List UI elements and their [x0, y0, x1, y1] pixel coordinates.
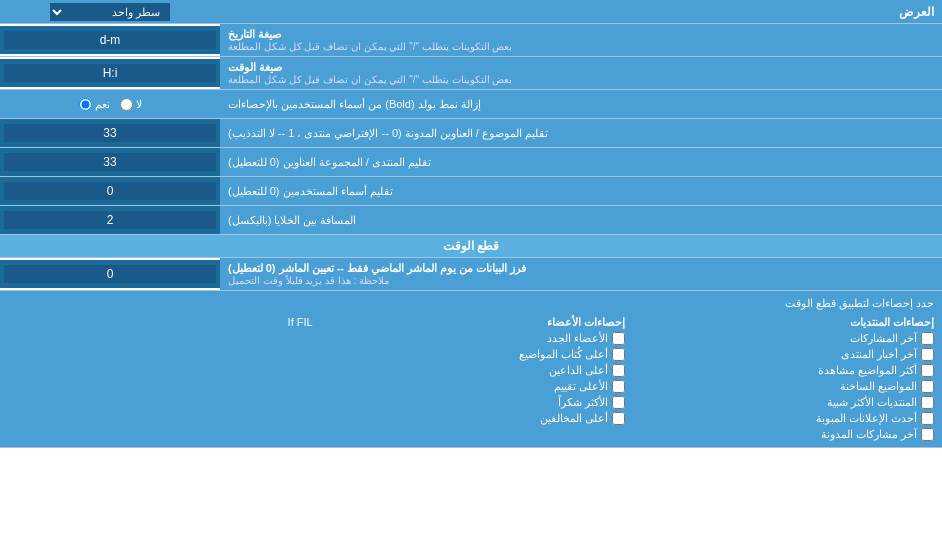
- subject-titles-row: تقليم الموضوع / العناوين المدونة (0 -- ا…: [0, 119, 942, 148]
- forum-group-input-area: [0, 148, 220, 176]
- checkbox-input-m2[interactable]: [612, 348, 625, 361]
- usernames-label: تقليم أسماء المستخدمين (0 للتعطيل): [220, 177, 942, 205]
- checkbox-label-5: المنتديات الأكثر شبية: [827, 396, 917, 409]
- member-stats-header: إحصاءات الأعضاء: [317, 316, 626, 329]
- date-format-input-area: [0, 26, 220, 54]
- checkbox-item-7: آخر مشاركات المدونة: [625, 428, 934, 441]
- checkbox-item-6: أحدث الإعلانات المبوبة: [625, 412, 934, 425]
- date-format-label: صيغة التاريخ بعض التكوينات يتطلب "/" الت…: [220, 24, 942, 56]
- checkbox-input-1[interactable]: [921, 332, 934, 345]
- cutoff-label: فرز البيانات من يوم الماشر الماضي فقط --…: [220, 258, 942, 290]
- checkbox-item-m4: الأعلى تقييم: [317, 380, 626, 393]
- cell-spacing-row: المسافة بين الخلايا (بالبكسل): [0, 206, 942, 235]
- checkbox-item-m2: أعلى كُتاب المواضيع: [317, 348, 626, 361]
- checkbox-input-6[interactable]: [921, 412, 934, 425]
- checkbox-input-2[interactable]: [921, 348, 934, 361]
- checkbox-label-m3: أعلى الداعين: [549, 364, 608, 377]
- checkbox-item-1: آخر المشاركات: [625, 332, 934, 345]
- time-format-label: صيغة الوقت بعض التكوينات يتطلب "/" التي …: [220, 57, 942, 89]
- checkbox-item-m5: الأكثر شكراً: [317, 396, 626, 409]
- subject-titles-label: تقليم الموضوع / العناوين المدونة (0 -- ا…: [220, 119, 942, 147]
- cutoff-row: فرز البيانات من يوم الماشر الماضي فقط --…: [0, 258, 942, 291]
- bold-remove-row: إزالة نمط بولد (Bold) من أسماء المستخدمي…: [0, 90, 942, 119]
- radio-no-input[interactable]: [120, 98, 133, 111]
- checkbox-input-m5[interactable]: [612, 396, 625, 409]
- cutoff-section-header: قطع الوقت: [0, 235, 942, 258]
- checkbox-input-m6[interactable]: [612, 412, 625, 425]
- bold-remove-radio-area: نعم لا: [0, 96, 220, 113]
- checkbox-item-3: أكثر المواضيع مشاهدة: [625, 364, 934, 377]
- main-container: العرض سطر واحدسطرينثلاثة أسطر صيغة التار…: [0, 0, 942, 539]
- checkbox-label-1: آخر المشاركات: [850, 332, 917, 345]
- cell-spacing-input-area: [0, 206, 220, 234]
- radio-yes: نعم: [79, 98, 110, 111]
- cell-spacing-label: المسافة بين الخلايا (بالبكسل): [220, 206, 942, 234]
- checkbox-item-m3: أعلى الداعين: [317, 364, 626, 377]
- checkbox-input-m1[interactable]: [612, 332, 625, 345]
- checkboxes-section: حدد إحصاءات لتطبيق قطع الوقت إحصاءات الم…: [0, 291, 942, 448]
- forum-stats-header: إحصاءات المنتديات: [625, 316, 934, 329]
- checkbox-label-3: أكثر المواضيع مشاهدة: [818, 364, 917, 377]
- subject-titles-input-area: [0, 119, 220, 147]
- date-format-input[interactable]: [4, 31, 216, 49]
- date-format-row: صيغة التاريخ بعض التكوينات يتطلب "/" الت…: [0, 24, 942, 57]
- bold-remove-label: إزالة نمط بولد (Bold) من أسماء المستخدمي…: [220, 90, 942, 118]
- usernames-row: تقليم أسماء المستخدمين (0 للتعطيل): [0, 177, 942, 206]
- forum-group-row: تقليم المنتدى / المجموعة العناوين (0 للت…: [0, 148, 942, 177]
- checkbox-input-m4[interactable]: [612, 380, 625, 393]
- checkbox-label-m1: الأعضاء الجدد: [547, 332, 608, 345]
- checkbox-label-m5: الأكثر شكراً: [558, 396, 608, 409]
- checkbox-item-5: المنتديات الأكثر شبية: [625, 396, 934, 409]
- forum-group-input[interactable]: [4, 153, 216, 171]
- subject-titles-input[interactable]: [4, 124, 216, 142]
- usernames-input-area: [0, 177, 220, 205]
- if-fil-text: If FIL: [8, 316, 317, 328]
- cell-spacing-input[interactable]: [4, 211, 216, 229]
- extra-col: If FIL: [8, 316, 317, 441]
- checkbox-label-4: المواضيع الساخنة: [840, 380, 917, 393]
- display-select-area: سطر واحدسطرينثلاثة أسطر: [0, 1, 220, 23]
- time-format-input-area: [0, 59, 220, 87]
- member-stats-col: إحصاءات الأعضاء الأعضاء الجدد أعلى كُتاب…: [317, 316, 626, 441]
- checkbox-label-m4: الأعلى تقييم: [554, 380, 608, 393]
- display-row: العرض سطر واحدسطرينثلاثة أسطر: [0, 0, 942, 24]
- time-format-row: صيغة الوقت بعض التكوينات يتطلب "/" التي …: [0, 57, 942, 90]
- checkbox-label-7: آخر مشاركات المدونة: [821, 428, 917, 441]
- time-format-input[interactable]: [4, 64, 216, 82]
- usernames-input[interactable]: [4, 182, 216, 200]
- radio-yes-input[interactable]: [79, 98, 92, 111]
- display-select[interactable]: سطر واحدسطرينثلاثة أسطر: [50, 3, 170, 21]
- checkbox-input-m3[interactable]: [612, 364, 625, 377]
- checkbox-label-m2: أعلى كُتاب المواضيع: [519, 348, 608, 361]
- checkbox-item-2: آخر أخبار المنتدى: [625, 348, 934, 361]
- cutoff-input-area: [0, 260, 220, 288]
- checkbox-item-m1: الأعضاء الجدد: [317, 332, 626, 345]
- cutoff-input[interactable]: [4, 265, 216, 283]
- forum-stats-col: إحصاءات المنتديات آخر المشاركات آخر أخبا…: [625, 316, 934, 441]
- checkbox-input-5[interactable]: [921, 396, 934, 409]
- checkbox-input-3[interactable]: [921, 364, 934, 377]
- checkboxes-top-label: حدد إحصاءات لتطبيق قطع الوقت: [0, 295, 942, 314]
- checkbox-input-7[interactable]: [921, 428, 934, 441]
- checkboxes-grid: إحصاءات المنتديات آخر المشاركات آخر أخبا…: [0, 314, 942, 443]
- checkbox-label-6: أحدث الإعلانات المبوبة: [816, 412, 917, 425]
- radio-no-label: لا: [136, 98, 142, 111]
- checkbox-item-4: المواضيع الساخنة: [625, 380, 934, 393]
- checkbox-input-4[interactable]: [921, 380, 934, 393]
- radio-no: لا: [120, 98, 142, 111]
- radio-yes-label: نعم: [95, 98, 110, 111]
- checkbox-label-2: آخر أخبار المنتدى: [841, 348, 917, 361]
- checkbox-item-m6: أعلى المخالفين: [317, 412, 626, 425]
- checkbox-label-m6: أعلى المخالفين: [540, 412, 608, 425]
- display-label: العرض: [220, 2, 942, 22]
- forum-group-label: تقليم المنتدى / المجموعة العناوين (0 للت…: [220, 148, 942, 176]
